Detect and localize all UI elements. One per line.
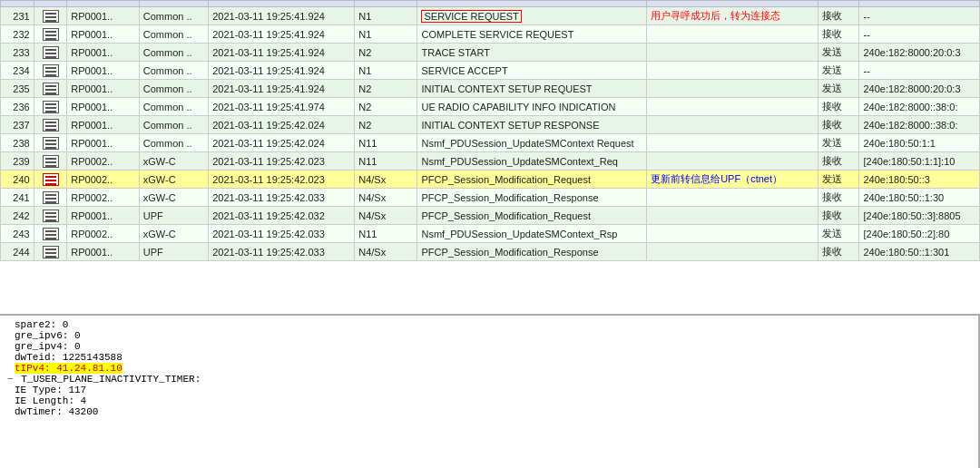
cell-annotation [647, 25, 818, 44]
annotation-text: 用户寻呼成功后，转为连接态 [651, 10, 780, 21]
cell-annotation: 更新前转信息给UPF（ctnet） [647, 171, 818, 189]
table-row[interactable]: 239RP0002..xGW-C2021-03-11 19:25:42.023N… [1, 152, 980, 171]
cell-src: 240e:180:50::1:301 [859, 243, 980, 261]
detail-icon [43, 119, 59, 132]
cell-detail[interactable] [34, 7, 67, 25]
cell-src: 240e:182:8000::38:0: [859, 98, 980, 116]
cell-src: -- [859, 62, 980, 80]
detail-icon [43, 101, 59, 113]
table-row[interactable]: 241RP0002..xGW-C2021-03-11 19:25:42.033N… [1, 189, 980, 207]
header-annotation [647, 1, 818, 7]
table-body: 231RP0001..Common ..2021-03-11 19:25:41.… [1, 7, 980, 261]
cell-proto: N4/Sx [355, 189, 417, 207]
cell-detail[interactable] [34, 25, 67, 44]
cell-proto: N2 [355, 80, 417, 98]
cell-time: 2021-03-11 19:25:42.023 [209, 152, 355, 171]
table-row[interactable]: 244RP0001..UPF2021-03-11 19:25:42.033N4/… [1, 243, 980, 261]
cell-detail[interactable] [34, 225, 67, 243]
cell-detail[interactable] [34, 80, 67, 98]
cell-direction: 接收 [818, 189, 859, 207]
cell-nf-type: xGW-C [139, 171, 208, 189]
table-row[interactable]: 233RP0001..Common ..2021-03-11 19:25:41.… [1, 44, 980, 62]
header-src [859, 1, 980, 7]
cell-direction: 接收 [818, 152, 859, 171]
cell-msg: PFCP_Session_Modification_Request [417, 171, 647, 189]
cell-time: 2021-03-11 19:25:41.924 [209, 62, 355, 80]
cell-proto: N2 [355, 44, 417, 62]
cell-seq: 234 [1, 62, 34, 80]
cell-proto: N4/Sx [355, 171, 417, 189]
cell-detail[interactable] [34, 134, 67, 152]
cell-src: 240e:180:50::1:30 [859, 189, 980, 207]
cell-direction: 接收 [818, 98, 859, 116]
cell-detail[interactable] [34, 62, 67, 80]
cell-proto: N4/Sx [355, 243, 417, 261]
main-container: 231RP0001..Common ..2021-03-11 19:25:41.… [0, 0, 980, 468]
cell-msg: INITIAL CONTEXT SETUP RESPONSE [417, 116, 647, 134]
cell-nf-name: RP0001.. [67, 7, 139, 25]
cell-direction: 发送 [818, 134, 859, 152]
table-row[interactable]: 243RP0002..xGW-C2021-03-11 19:25:42.033N… [1, 225, 980, 243]
cell-seq: 236 [1, 98, 34, 116]
cell-time: 2021-03-11 19:25:42.024 [209, 134, 355, 152]
cell-seq: 238 [1, 134, 34, 152]
cell-src: [240e:180:50::3]:8805 [859, 207, 980, 225]
cell-detail[interactable] [34, 98, 67, 116]
cell-detail[interactable] [34, 243, 67, 261]
cell-time: 2021-03-11 19:25:41.924 [209, 80, 355, 98]
table-row[interactable]: 237RP0001..Common ..2021-03-11 19:25:42.… [1, 116, 980, 134]
cell-time: 2021-03-11 19:25:42.023 [209, 171, 355, 189]
cell-src: 240e:182:8000:20:0:3 [859, 44, 980, 62]
detail-icon [43, 28, 59, 41]
detail-panel: spare2: 0 gre_ipv6: 0 gre_ipv4: 0 dwTeid… [0, 314, 978, 468]
cell-detail[interactable] [34, 207, 67, 225]
cell-nf-name: RP0002.. [67, 225, 139, 243]
cell-proto: N2 [355, 98, 417, 116]
cell-proto: N11 [355, 225, 417, 243]
cell-detail[interactable] [34, 171, 67, 189]
detail-icon-red [43, 173, 59, 186]
cell-annotation [647, 44, 818, 62]
table-row[interactable]: 236RP0001..Common ..2021-03-11 19:25:41.… [1, 98, 980, 116]
cell-time: 2021-03-11 19:25:42.032 [209, 207, 355, 225]
table-row[interactable]: 240RP0002..xGW-C2021-03-11 19:25:42.023N… [1, 171, 980, 189]
table-row[interactable]: 234RP0001..Common ..2021-03-11 19:25:41.… [1, 62, 980, 80]
table-row[interactable]: 238RP0001..Common ..2021-03-11 19:25:42.… [1, 134, 980, 152]
cell-time: 2021-03-11 19:25:41.924 [209, 25, 355, 44]
detail-line-4: dwTeid: 1225143588 [15, 352, 971, 363]
header-proto [355, 1, 417, 7]
annotation-text: 更新前转信息给UPF（ctnet） [651, 173, 782, 184]
cell-detail[interactable] [34, 44, 67, 62]
cell-msg: UE RADIO CAPABILITY INFO INDICATION [417, 98, 647, 116]
detail-line-7: IE Type: 117 [15, 385, 971, 395]
cell-annotation [647, 243, 818, 261]
cell-msg: SERVICE ACCEPT [417, 62, 647, 80]
cell-detail[interactable] [34, 152, 67, 171]
cell-nf-name: RP0002.. [67, 152, 139, 171]
cell-src: 240e:180:50::3 [859, 171, 980, 189]
service-request-label: SERVICE REQUEST [421, 10, 521, 23]
cell-annotation [647, 116, 818, 134]
cell-direction: 接收 [818, 243, 859, 261]
cell-annotation [647, 98, 818, 116]
cell-detail[interactable] [34, 116, 67, 134]
cell-annotation [647, 189, 818, 207]
cell-proto: N11 [355, 152, 417, 171]
table-header [1, 1, 980, 7]
table-row[interactable]: 235RP0001..Common ..2021-03-11 19:25:41.… [1, 80, 980, 98]
cell-nf-name: RP0001.. [67, 80, 139, 98]
table-row[interactable]: 232RP0001..Common ..2021-03-11 19:25:41.… [1, 25, 980, 44]
cell-nf-type: xGW-C [139, 152, 208, 171]
header-dir [818, 1, 859, 7]
cell-nf-name: RP0002.. [67, 189, 139, 207]
cell-detail[interactable] [34, 189, 67, 207]
cell-seq: 243 [1, 225, 34, 243]
cell-seq: 231 [1, 7, 34, 25]
cell-seq: 237 [1, 116, 34, 134]
detail-icon [43, 228, 59, 240]
table-row[interactable]: 231RP0001..Common ..2021-03-11 19:25:41.… [1, 7, 980, 25]
cell-msg: PFCP_Session_Modification_Request [417, 207, 647, 225]
table-row[interactable]: 242RP0001..UPF2021-03-11 19:25:42.032N4/… [1, 207, 980, 225]
cell-msg: TRACE START [417, 44, 647, 62]
data-table: 231RP0001..Common ..2021-03-11 19:25:41.… [0, 0, 980, 261]
